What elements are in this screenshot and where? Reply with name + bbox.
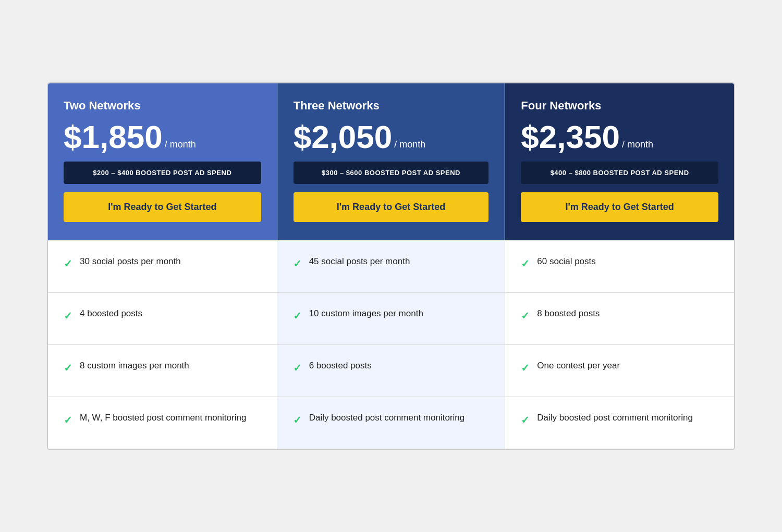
- plan-1-cta-button[interactable]: I'm Ready to Get Started: [64, 192, 261, 222]
- plan-2-price: $2,050: [294, 121, 393, 153]
- list-item: ✓ One contest per year: [505, 345, 734, 397]
- plan-3-name: Four Networks: [521, 99, 718, 113]
- feature-label: 4 boosted posts: [80, 307, 261, 320]
- feature-label: 8 custom images per month: [80, 360, 261, 372]
- check-icon: ✓: [293, 256, 302, 271]
- feature-column-2: ✓ 45 social posts per month ✓ 10 custom …: [277, 240, 506, 449]
- list-item: ✓ 8 custom images per month: [48, 345, 277, 397]
- plan-1-ad-spend: $200 – $400 BOOSTED POST AD SPEND: [64, 162, 261, 184]
- plan-3-price: $2,350: [521, 121, 620, 153]
- feature-label: 6 boosted posts: [309, 360, 490, 372]
- list-item: ✓ 45 social posts per month: [277, 241, 505, 293]
- feature-label: M, W, F boosted post comment monitoring: [80, 412, 261, 424]
- plan-1-header: Two Networks $1,850 / month $200 – $400 …: [48, 83, 277, 240]
- list-item: ✓ 6 boosted posts: [277, 345, 505, 397]
- feature-label: 60 social posts: [537, 255, 718, 268]
- feature-label: 8 boosted posts: [537, 307, 718, 320]
- list-item: ✓ Daily boosted post comment monitoring: [505, 397, 734, 449]
- plan-3-cta-button[interactable]: I'm Ready to Get Started: [521, 192, 718, 222]
- check-icon: ✓: [64, 308, 72, 323]
- plan-2-cta-button[interactable]: I'm Ready to Get Started: [294, 192, 489, 222]
- plan-2-price-row: $2,050 / month: [294, 121, 489, 153]
- check-icon: ✓: [64, 256, 72, 271]
- list-item: ✓ 8 boosted posts: [505, 293, 734, 345]
- plan-3-period: / month: [622, 140, 653, 149]
- list-item: ✓ 30 social posts per month: [48, 241, 277, 293]
- check-icon: ✓: [293, 361, 302, 375]
- list-item: ✓ Daily boosted post comment monitoring: [277, 397, 505, 449]
- pricing-header: Two Networks $1,850 / month $200 – $400 …: [48, 83, 734, 240]
- feature-label: One contest per year: [537, 360, 718, 372]
- check-icon: ✓: [64, 413, 72, 427]
- list-item: ✓ 60 social posts: [505, 241, 734, 293]
- check-icon: ✓: [64, 361, 72, 375]
- feature-column-1: ✓ 30 social posts per month ✓ 4 boosted …: [48, 240, 277, 449]
- plan-3-ad-spend: $400 – $800 BOOSTED POST AD SPEND: [521, 162, 718, 184]
- plan-2-name: Three Networks: [294, 99, 489, 113]
- check-icon: ✓: [293, 308, 302, 323]
- feature-label: 30 social posts per month: [80, 255, 261, 268]
- feature-column-3: ✓ 60 social posts ✓ 8 boosted posts ✓ On…: [505, 240, 734, 449]
- plan-1-name: Two Networks: [64, 99, 261, 113]
- check-icon: ✓: [521, 308, 530, 323]
- plan-1-price: $1,850: [64, 121, 163, 153]
- check-icon: ✓: [293, 413, 302, 427]
- feature-label: 10 custom images per month: [309, 307, 490, 320]
- list-item: ✓ M, W, F boosted post comment monitorin…: [48, 397, 277, 449]
- check-icon: ✓: [521, 361, 530, 375]
- check-icon: ✓: [521, 256, 530, 271]
- list-item: ✓ 10 custom images per month: [277, 293, 505, 345]
- plan-3-header: Four Networks $2,350 / month $400 – $800…: [505, 83, 734, 240]
- pricing-features: ✓ 30 social posts per month ✓ 4 boosted …: [48, 240, 734, 449]
- feature-label: Daily boosted post comment monitoring: [537, 412, 718, 424]
- plan-1-price-row: $1,850 / month: [64, 121, 261, 153]
- list-item: ✓ 4 boosted posts: [48, 293, 277, 345]
- plan-2-ad-spend: $300 – $600 BOOSTED POST AD SPEND: [294, 162, 489, 184]
- plan-2-period: / month: [394, 140, 425, 149]
- feature-label: 45 social posts per month: [309, 255, 490, 268]
- plan-1-period: / month: [165, 140, 196, 149]
- plan-3-price-row: $2,350 / month: [521, 121, 718, 153]
- plan-2-header: Three Networks $2,050 / month $300 – $60…: [277, 83, 506, 240]
- check-icon: ✓: [521, 413, 530, 427]
- pricing-table: Two Networks $1,850 / month $200 – $400 …: [47, 82, 735, 450]
- feature-label: Daily boosted post comment monitoring: [309, 412, 490, 424]
